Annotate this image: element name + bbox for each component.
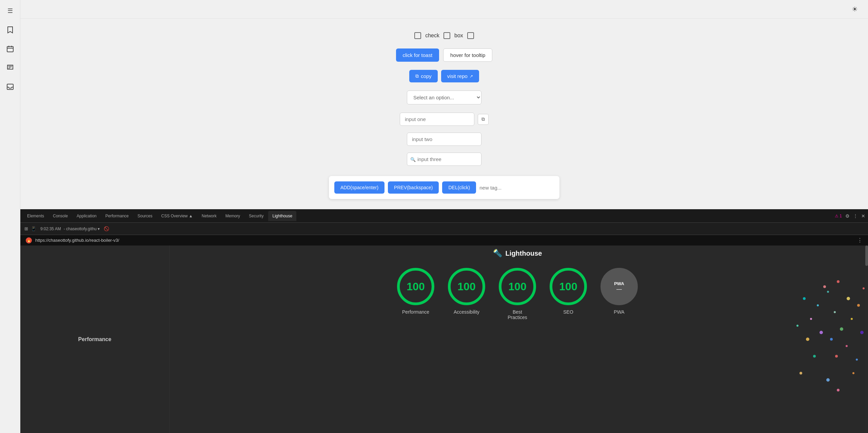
add-tag-button[interactable]: ADD(space/enter) xyxy=(334,181,384,194)
devtools-url-bar: 🔥 https://chaseottofy.github.io/react-bo… xyxy=(20,235,868,245)
svg-point-19 xyxy=(817,304,819,307)
score-pwa-label-inner: PWA xyxy=(614,281,624,286)
score-pwa-label: PWA xyxy=(614,309,624,315)
tab-network[interactable]: Network xyxy=(198,211,221,221)
main-content: check box click for toast hover for tool… xyxy=(20,19,868,209)
checkbox-row: check box xyxy=(414,32,474,39)
check-label: check xyxy=(425,33,439,39)
score-seo-label: SEO xyxy=(563,309,573,315)
svg-point-24 xyxy=(803,297,806,300)
tab-sources[interactable]: Sources xyxy=(133,211,156,221)
score-seo-circle: 100 xyxy=(550,268,587,305)
devtools-device-icon[interactable]: 📱 xyxy=(31,226,36,231)
devtools-right-col: 🔦 Lighthouse 100 Performance xyxy=(170,245,865,433)
close-devtools-icon[interactable]: ✕ xyxy=(861,213,865,219)
inbox-icon[interactable] xyxy=(6,83,14,91)
copy-button[interactable]: ⧉ copy xyxy=(409,70,438,82)
devtools-actions: ⚠ 1 ⚙ ⋮ ✕ xyxy=(835,213,865,219)
svg-point-8 xyxy=(837,280,840,283)
svg-point-30 xyxy=(837,389,840,392)
score-performance-circle: 100 xyxy=(397,268,434,305)
input-one-copy-button[interactable]: ⧉ xyxy=(478,114,489,125)
score-best-practices: 100 BestPractices xyxy=(499,268,536,320)
input-two-field[interactable] xyxy=(407,133,481,146)
page-icon: 🔥 xyxy=(26,237,32,243)
svg-point-17 xyxy=(820,331,823,334)
checkbox-second[interactable] xyxy=(443,32,450,39)
score-best-practices-label: BestPractices xyxy=(508,309,527,320)
tab-security[interactable]: Security xyxy=(245,211,268,221)
svg-point-11 xyxy=(834,311,836,313)
lighthouse-header: 🔦 Lighthouse xyxy=(493,249,542,258)
tab-memory[interactable]: Memory xyxy=(221,211,244,221)
score-pwa-dash: — xyxy=(616,286,622,292)
svg-point-15 xyxy=(830,338,833,341)
warning-badge: ⚠ 1 xyxy=(835,214,842,218)
tab-performance[interactable]: Performance xyxy=(101,211,133,221)
click-for-toast-button[interactable]: click for toast xyxy=(396,48,439,62)
svg-point-23 xyxy=(810,318,812,320)
svg-rect-0 xyxy=(7,46,13,52)
scrollbar-thumb[interactable] xyxy=(865,245,868,266)
score-performance: 100 Performance xyxy=(397,268,434,315)
devtools-body: Performance 🔦 Lighthouse 100 xyxy=(20,245,868,433)
calendar-icon[interactable] xyxy=(6,45,14,53)
lighthouse-title: Lighthouse xyxy=(506,250,542,257)
prev-tag-button[interactable]: PREV(backspace) xyxy=(388,181,439,194)
copy-small-icon: ⧉ xyxy=(481,116,485,122)
svg-point-31 xyxy=(796,325,798,327)
score-best-practices-value: 100 xyxy=(508,280,526,293)
svg-point-22 xyxy=(860,331,864,334)
input-three-row: 🔍 xyxy=(407,153,481,166)
select-container: Select an option... xyxy=(407,91,481,104)
svg-point-28 xyxy=(852,372,854,374)
more-icon[interactable]: ⋮ xyxy=(853,213,858,219)
url-more-icon[interactable]: ⋮ xyxy=(857,237,863,243)
copy-visit-row: ⧉ copy visit repo ↗ xyxy=(409,70,479,82)
devtools-time: 9:02:35 AM xyxy=(40,227,61,231)
svg-point-10 xyxy=(847,297,850,300)
devtools-inspect-icon[interactable]: ⊞ xyxy=(24,226,28,231)
svg-point-21 xyxy=(856,359,858,361)
input-one-field[interactable] xyxy=(400,113,474,126)
score-accessibility: 100 Accessibility xyxy=(448,268,485,315)
scrollbar-track[interactable] xyxy=(865,245,868,433)
performance-panel-label: Performance xyxy=(78,336,112,342)
devtools-left-col: Performance xyxy=(20,245,170,433)
input-three-field[interactable] xyxy=(407,153,481,166)
score-pwa: PWA — PWA xyxy=(600,268,638,315)
tab-console[interactable]: Console xyxy=(49,211,72,221)
svg-point-27 xyxy=(813,355,816,358)
tab-elements[interactable]: Elements xyxy=(23,211,48,221)
menu-icon[interactable]: ☰ xyxy=(6,7,14,15)
select-option-dropdown[interactable]: Select an option... xyxy=(407,91,481,104)
devtools-toolbar: ⊞ 📱 9:02:35 AM - chaseottofy.githu ▾ 🚫 xyxy=(20,223,868,235)
devtools-no-throttle-icon[interactable]: 🚫 xyxy=(104,226,109,231)
svg-point-25 xyxy=(806,338,809,341)
tab-lighthouse[interactable]: Lighthouse xyxy=(268,211,296,221)
copy-icon: ⧉ xyxy=(415,73,419,79)
theme-toggle-icon[interactable]: ☀ xyxy=(852,5,858,13)
score-seo: 100 SEO xyxy=(550,268,587,315)
search-icon: 🔍 xyxy=(410,157,416,162)
chat-icon[interactable] xyxy=(6,64,14,72)
checkbox-third[interactable] xyxy=(467,32,474,39)
bookmark-icon[interactable] xyxy=(6,26,14,34)
checkbox-first[interactable] xyxy=(414,32,421,39)
del-tag-button[interactable]: DEL(click) xyxy=(442,181,476,194)
input-two-row xyxy=(407,133,481,146)
new-tag-input[interactable] xyxy=(479,185,554,191)
tab-css-overview[interactable]: CSS Overview ▲ xyxy=(157,211,197,221)
tags-container: ADD(space/enter) PREV(backspace) DEL(cli… xyxy=(329,176,559,199)
lighthouse-scores: 100 Performance 100 Accessibility xyxy=(397,268,638,320)
svg-point-20 xyxy=(835,355,838,358)
lighthouse-logo-icon: 🔦 xyxy=(493,249,502,258)
external-link-icon: ↗ xyxy=(470,74,473,79)
visit-repo-button[interactable]: visit repo ↗ xyxy=(441,70,479,82)
tab-application[interactable]: Application xyxy=(73,211,101,221)
devtools-tab-bar: Elements Console Application Performance… xyxy=(20,209,868,223)
score-performance-value: 100 xyxy=(407,280,425,293)
score-pwa-circle: PWA — xyxy=(600,268,638,305)
hover-for-tooltip-button[interactable]: hover for tooltip xyxy=(443,48,492,62)
settings-icon[interactable]: ⚙ xyxy=(845,213,850,219)
